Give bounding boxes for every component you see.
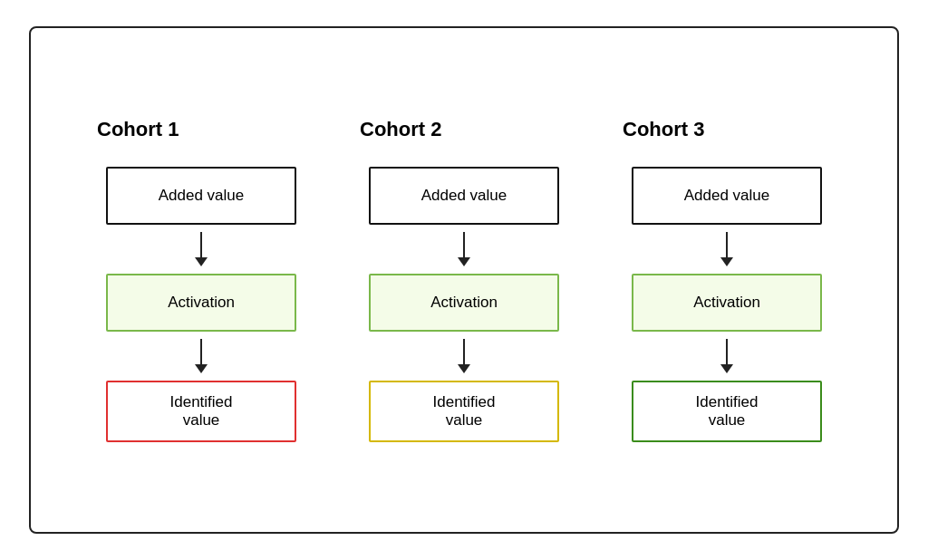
arrow-line <box>726 232 728 257</box>
cohort-3-arrow-1 <box>720 232 733 266</box>
cohort-1-activation-label: Activation <box>168 294 235 312</box>
cohort-2-column: Cohort 2 Added value Activation Identifi… <box>360 118 568 442</box>
arrow-head <box>720 257 733 266</box>
arrow-head <box>458 257 470 266</box>
cohort-1-activation-box: Activation <box>106 274 296 332</box>
cohort-2-arrow-1 <box>458 232 470 266</box>
cohort-3-arrow-2 <box>720 339 733 373</box>
cohort-3-added-value-label: Added value <box>684 187 770 205</box>
arrow-line <box>463 339 465 364</box>
cohort-3-added-value-box: Added value <box>632 167 822 225</box>
arrow-line <box>726 339 728 364</box>
arrow-head <box>195 364 208 373</box>
arrow-line <box>200 232 202 257</box>
cohort-2-added-value-box: Added value <box>369 167 559 225</box>
cohort-3-activation-label: Activation <box>693 294 760 312</box>
cohort-1-column: Cohort 1 Added value Activation Identifi… <box>97 118 305 442</box>
cohort-2-title: Cohort 2 <box>360 118 441 141</box>
cohort-1-identified-value-label: Identifiedvalue <box>170 393 233 430</box>
cohort-2-activation-label: Activation <box>430 294 498 312</box>
arrow-line <box>200 339 202 364</box>
cohort-2-identified-value-label: Identifiedvalue <box>433 393 496 430</box>
cohort-3-activation-box: Activation <box>632 274 822 332</box>
cohort-1-added-value-box: Added value <box>106 167 296 225</box>
cohort-2-added-value-label: Added value <box>421 187 508 205</box>
cohort-3-identified-value-label: Identifiedvalue <box>696 393 759 430</box>
cohort-3-title: Cohort 3 <box>623 118 704 141</box>
cohort-1-arrow-2 <box>195 339 208 373</box>
arrow-head <box>720 364 733 373</box>
cohort-diagram: Cohort 1 Added value Activation Identifi… <box>61 100 867 460</box>
arrow-head <box>458 364 470 373</box>
arrow-head <box>195 257 208 266</box>
cohort-2-identified-value-box: Identifiedvalue <box>369 381 559 442</box>
cohort-2-activation-box: Activation <box>369 274 559 332</box>
cohort-3-identified-value-box: Identifiedvalue <box>632 381 822 442</box>
arrow-line <box>463 232 465 257</box>
cohort-2-arrow-2 <box>458 339 470 373</box>
cohort-1-identified-value-box: Identifiedvalue <box>106 381 296 442</box>
cohort-1-title: Cohort 1 <box>97 118 179 141</box>
diagram-container: Cohort 1 Added value Activation Identifi… <box>29 26 899 534</box>
cohort-1-added-value-label: Added value <box>159 187 245 205</box>
cohort-3-column: Cohort 3 Added value Activation Identifi… <box>623 118 831 442</box>
cohort-1-arrow-1 <box>195 232 208 266</box>
